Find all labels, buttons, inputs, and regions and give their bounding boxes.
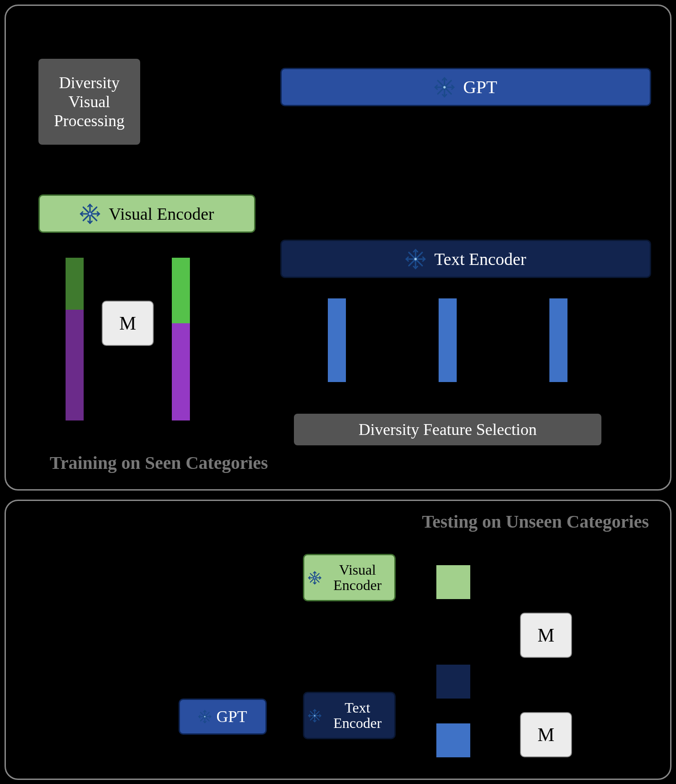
text-encoder-label: Text Encoder [434, 249, 526, 269]
training-title: Training on Seen Categories [50, 452, 268, 473]
text-feature-bar-1 [328, 298, 346, 382]
text-encoder-small: Text Encoder [303, 692, 396, 739]
visual-encoder-small-label: Visual Encoder [324, 562, 391, 593]
diversity-feature-selection-label: Diversity Feature Selection [359, 420, 537, 439]
m-label: M [119, 312, 136, 334]
feature-bar-green-light [172, 258, 190, 323]
snowflake-icon [80, 203, 100, 224]
snowflake-icon [405, 249, 426, 269]
fusion-module-m-test-1: M [520, 613, 572, 658]
text-feature-bar-2 [439, 298, 457, 382]
fusion-module-m: M [102, 301, 154, 346]
diversity-visual-processing-label: Diversity Visual Processing [38, 73, 140, 130]
text-feature-square-1 [436, 665, 470, 699]
text-feature-bar-3 [549, 298, 567, 382]
visual-feature-square [436, 565, 470, 599]
testing-title: Testing on Unseen Categories [422, 511, 649, 532]
snowflake-icon [434, 77, 455, 98]
visual-encoder-label: Visual Encoder [109, 204, 214, 224]
m1-label: M [538, 624, 554, 646]
snowflake-icon [308, 571, 321, 585]
snowflake-icon [198, 710, 212, 723]
gpt-small-label: GPT [216, 707, 247, 726]
gpt-label: GPT [463, 76, 497, 98]
diversity-visual-processing-block: Diversity Visual Processing [38, 59, 140, 145]
text-feature-square-2 [436, 723, 470, 757]
diversity-feature-selection-block: Diversity Feature Selection [294, 414, 601, 445]
text-encoder-small-label: Text Encoder [324, 700, 391, 731]
feature-bar-purple-dark [66, 310, 84, 420]
m2-label: M [538, 724, 554, 746]
gpt-small: GPT [179, 699, 267, 735]
snowflake-icon [308, 709, 321, 723]
text-encoder-block: Text Encoder [280, 240, 651, 278]
feature-bar-purple-light [172, 323, 190, 420]
visual-encoder-block: Visual Encoder [38, 194, 255, 233]
gpt-block: GPT [280, 68, 651, 106]
visual-encoder-small: Visual Encoder [303, 554, 396, 601]
fusion-module-m-test-2: M [520, 712, 572, 757]
feature-bar-green-dark [66, 258, 84, 310]
